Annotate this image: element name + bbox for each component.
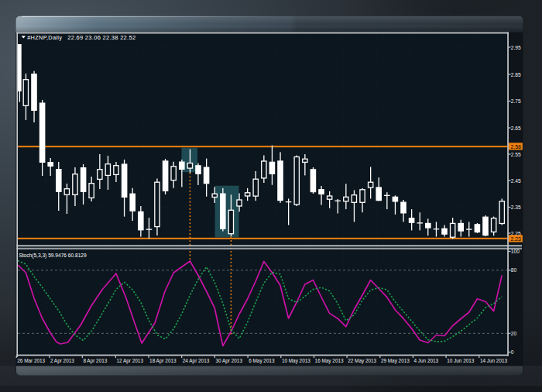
svg-text:12 Apr 2013: 12 Apr 2013 — [117, 358, 144, 364]
svg-text:100: 100 — [511, 249, 520, 254]
svg-text:18 Apr 2013: 18 Apr 2013 — [149, 358, 177, 364]
svg-text:26 Mar 2013: 26 Mar 2013 — [17, 358, 45, 363]
svg-text:22.69 23.06 22.38 22.52: 22.69 23.06 22.38 22.52 — [67, 34, 136, 41]
svg-text:2.75: 2.75 — [511, 98, 521, 104]
svg-text:6 May 2013: 6 May 2013 — [249, 358, 275, 364]
svg-text:4 Jun 2013: 4 Jun 2013 — [414, 358, 439, 363]
svg-text:2.95: 2.95 — [511, 45, 521, 50]
svg-text:2.45: 2.45 — [511, 178, 521, 184]
svg-text:#HZNP,Daily: #HZNP,Daily — [27, 34, 62, 41]
svg-text:29 May 2013: 29 May 2013 — [381, 358, 410, 364]
svg-text:16 May 2013: 16 May 2013 — [315, 358, 344, 364]
svg-text:0: 0 — [511, 349, 514, 355]
svg-text:2.23: 2.23 — [510, 236, 521, 242]
svg-text:24 Apr 2013: 24 Apr 2013 — [183, 358, 210, 364]
svg-text:14 Jun 2013: 14 Jun 2013 — [480, 358, 508, 363]
svg-text:2 Apr 2013: 2 Apr 2013 — [50, 358, 74, 364]
svg-text:22 May 2013: 22 May 2013 — [348, 358, 376, 364]
svg-text:10 May 2013: 10 May 2013 — [282, 358, 310, 364]
svg-text:Stoch(5,3,3) 59.9476 60.8129: Stoch(5,3,3) 59.9476 60.8129 — [19, 253, 87, 259]
svg-text:2.58: 2.58 — [510, 144, 521, 150]
svg-text:10 Jun 2013: 10 Jun 2013 — [447, 358, 475, 363]
svg-text:2.35: 2.35 — [511, 205, 521, 210]
svg-text:30 Apr 2013: 30 Apr 2013 — [216, 358, 243, 364]
svg-text:8 Apr 2013: 8 Apr 2013 — [83, 358, 107, 364]
svg-text:2.55: 2.55 — [511, 152, 521, 157]
svg-text:80: 80 — [511, 267, 517, 273]
svg-text:2.65: 2.65 — [511, 126, 521, 131]
svg-text:20: 20 — [511, 331, 517, 336]
svg-text:2.85: 2.85 — [511, 72, 521, 77]
